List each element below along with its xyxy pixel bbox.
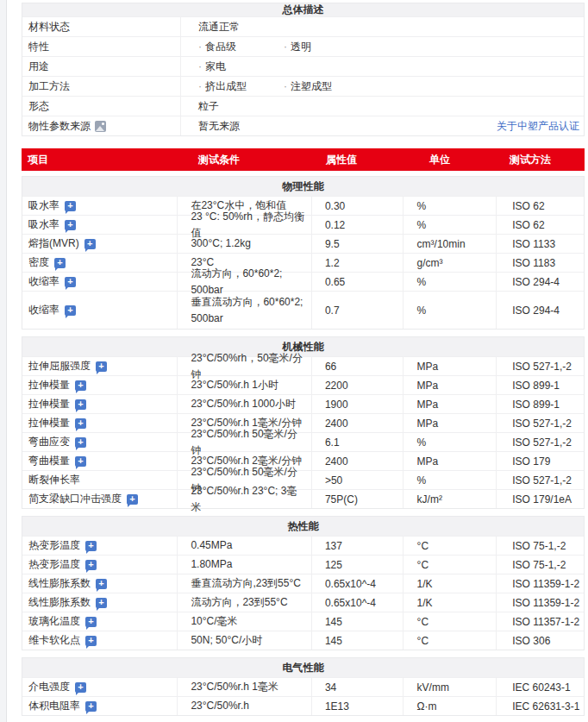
cell-test-condition: 23 °C: 50%rh，静态均衡值 [178,216,312,234]
certification-link[interactable]: 关于中塑产品认证 [497,119,584,134]
bullet-icon: · [198,41,202,53]
overview-value-item: 流通正常 [198,20,284,35]
cell-item-name: 密度 [22,254,178,272]
add-compare-icon[interactable] [75,380,86,391]
add-compare-icon[interactable] [65,220,76,230]
cell-property-value: 1900 [312,395,403,413]
cell-item-name: 弯曲应变 [22,433,178,451]
add-compare-icon[interactable] [96,361,107,372]
add-compare-icon[interactable] [65,305,76,316]
cell-test-condition: 23°C/50%r.h 50毫米/分钟 [178,433,312,451]
add-compare-icon[interactable] [65,201,76,211]
overview-value-text: 家电 [205,60,226,74]
add-compare-icon[interactable] [127,494,138,505]
cell-test-method: ISO 11359-1-2 [497,593,584,612]
add-compare-icon[interactable] [96,579,107,589]
property-row: 热变形温度0.45MPa137°CISO 75-1,-2 [22,536,584,555]
cell-item-name: 简支梁缺口冲击强度 [22,490,178,508]
cell-unit: kJ/m² [403,490,497,508]
property-row: 收缩率流动方向，60*60*2; 500bar0.65%ISO 294-4 [22,272,584,291]
item-name-text: 断裂伸长率 [28,473,80,487]
property-row: 弯曲应变23°C/50%r.h 50毫米/分钟6.1%ISO 527-1,-2 [22,432,584,451]
add-compare-icon[interactable] [96,598,107,608]
cell-unit: Ω·m [403,697,497,715]
item-name-text: 拉伸模量 [28,416,70,430]
header-test-method: 测试方法 [497,153,585,167]
overview-row: 特性·食品级·透明 [22,36,584,56]
cell-item-name: 拉伸模量 [22,395,178,413]
header-item: 项目 [22,153,178,167]
overview-value-item: ·食品级 [198,40,284,54]
image-icon[interactable] [95,121,106,132]
cell-unit: °C [403,537,497,555]
property-row: 吸水率23 °C: 50%rh，静态均衡值0.12%ISO 62 [22,215,584,234]
cell-test-condition: 1.80MPa [178,556,312,574]
cell-test-method: ISO 62 [497,216,584,234]
overview-row: 加工方法·挤出成型·注塑成型 [22,76,584,96]
add-compare-icon[interactable] [85,636,97,646]
add-compare-icon[interactable] [85,701,97,712]
overview-value-text: 透明 [291,40,311,54]
material-datasheet: 总体描述 材料状态流通正常特性·食品级·透明用途·家电加工方法·挤出成型·注塑成… [22,3,585,716]
property-section: 电气性能介电强度23°C/50%r.h 1毫米34kV/mmIEC 60243-… [22,657,585,716]
cell-unit: % [403,471,497,489]
overview-row-value: ·家电 [181,57,584,76]
add-compare-icon[interactable] [75,437,86,448]
cell-test-method: ISO 294-4 [497,273,584,291]
overview-value-text: 暂无来源 [198,119,240,134]
item-name-text: 维卡软化点 [28,633,80,648]
cell-property-value: 2400 [312,452,403,470]
header-property-value: 属性值 [312,153,403,167]
item-name-text: 拉伸模量 [28,378,70,392]
add-compare-icon[interactable] [75,399,86,410]
cell-test-method: ISO 527-1,-2 [497,471,584,489]
cell-unit: cm³/10min [403,235,497,253]
add-compare-icon[interactable] [85,560,97,570]
property-section: 热性能热变形温度0.45MPa137°CISO 75-1,-2热变形温度1.80… [22,516,585,650]
cell-unit: °C [403,612,497,631]
cell-item-name: 线性膨胀系数 [22,593,178,612]
cell-test-condition: 23°C/50%r.h 1000小时 [178,395,312,413]
header-unit: 单位 [403,153,497,167]
overview-label-text: 物性参数来源 [28,119,91,134]
bullet-icon: · [198,60,202,72]
overview-value-item: ·透明 [284,40,369,54]
cell-unit: % [403,197,497,215]
add-compare-icon[interactable] [85,617,97,627]
overview-row-value: ·挤出成型·注塑成型 [181,77,584,96]
cell-unit: MPa [403,395,497,413]
cell-test-method: ISO 62 [497,197,584,215]
cell-property-value: 2200 [312,376,403,394]
bullet-icon: · [198,80,202,92]
cell-property-value: 9.5 [312,235,403,253]
overview-value-text: 挤出成型 [205,79,247,94]
cell-item-name: 收缩率 [22,273,178,291]
cell-unit: MPa [403,376,497,394]
add-compare-icon[interactable] [75,456,86,467]
overview-label-text: 材料状态 [28,20,70,35]
properties-header: 项目 测试条件 属性值 单位 测试方法 [22,148,585,171]
add-compare-icon[interactable] [54,258,66,268]
cell-test-condition: 23°C/50%r.h [178,697,312,715]
property-sections: 物理性能吸水率在23°C水中，饱和值0.30%ISO 62吸水率23 °C: 5… [22,176,585,716]
cell-unit: % [403,292,497,329]
item-name-text: 拉伸屈服强度 [28,359,91,374]
item-name-text: 拉伸模量 [28,397,70,411]
section-title: 物理性能 [22,177,584,196]
overview-value-text: 注塑成型 [291,79,332,94]
overview-value-item: 暂无来源 [198,119,284,134]
property-row: 体积电阻率23°C/50%r.h1E13Ω·mIEC 62631-3-1 [22,696,584,715]
overview-row: 材料状态流通正常 [22,16,584,36]
overview-value-text: 流通正常 [198,20,240,35]
cell-test-method: ISO 179 [497,452,584,470]
add-compare-icon[interactable] [84,239,96,249]
cell-item-name: 介电强度 [22,678,178,696]
overview-label-text: 加工方法 [28,79,70,94]
cell-property-value: 125 [312,556,403,574]
add-compare-icon[interactable] [75,682,86,693]
add-compare-icon[interactable] [75,418,86,429]
cell-test-method: IEC 60243-1 [497,678,584,696]
add-compare-icon[interactable] [65,277,76,287]
add-compare-icon[interactable] [85,541,97,551]
item-name-text: 线性膨胀系数 [28,576,91,591]
